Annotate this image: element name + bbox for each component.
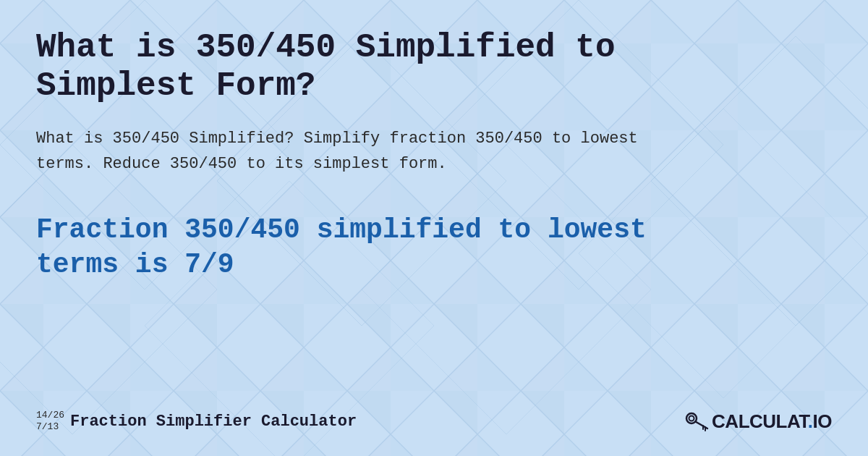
fraction-bottom: 7/13 bbox=[36, 421, 64, 433]
result-text: Fraction 350/450 simplified to lowest te… bbox=[36, 213, 745, 282]
svg-point-16 bbox=[689, 416, 694, 421]
footer-logo: CALCULAT.IO bbox=[683, 408, 832, 434]
main-content: What is 350/450 Simplified to Simplest F… bbox=[0, 0, 868, 456]
fraction-stack: 14/26 7/13 bbox=[36, 410, 64, 432]
logo-text: CALCULAT.IO bbox=[712, 410, 832, 433]
page-title: What is 350/450 Simplified to Simplest F… bbox=[36, 29, 687, 106]
footer-left: 14/26 7/13 Fraction Simplifier Calculato… bbox=[36, 410, 357, 432]
key-icon bbox=[683, 408, 709, 434]
brand-label: Fraction Simplifier Calculator bbox=[70, 413, 357, 431]
result-section: Fraction 350/450 simplified to lowest te… bbox=[36, 213, 832, 401]
fraction-top: 14/26 bbox=[36, 410, 64, 421]
description-text: What is 350/450 Simplified? Simplify fra… bbox=[36, 126, 658, 177]
footer: 14/26 7/13 Fraction Simplifier Calculato… bbox=[36, 401, 832, 434]
